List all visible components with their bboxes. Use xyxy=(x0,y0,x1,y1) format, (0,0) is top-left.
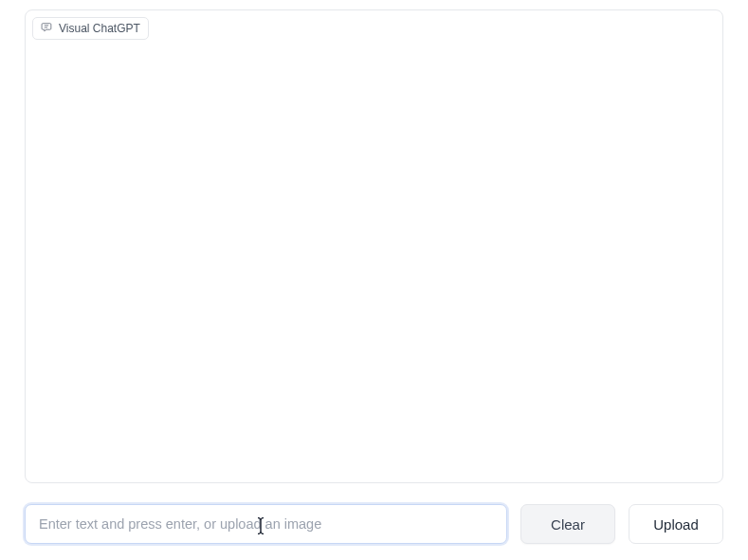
input-row: Clear Upload xyxy=(25,504,723,544)
panel-title-badge: Visual ChatGPT xyxy=(32,17,149,40)
upload-button[interactable]: Upload xyxy=(629,504,723,544)
chat-output-panel: Visual ChatGPT xyxy=(25,9,723,483)
clear-button[interactable]: Clear xyxy=(520,504,615,544)
chat-icon xyxy=(41,21,53,36)
message-input[interactable] xyxy=(25,504,507,544)
panel-title-text: Visual ChatGPT xyxy=(59,22,140,35)
